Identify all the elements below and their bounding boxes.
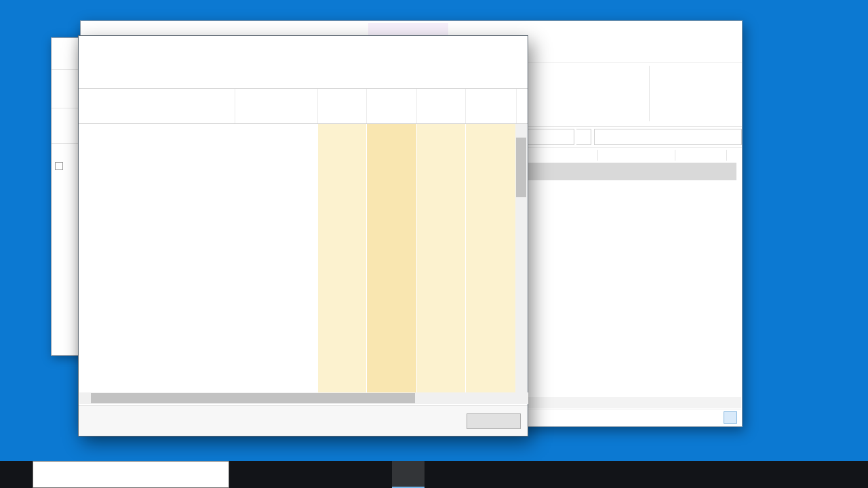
close-button[interactable]	[496, 36, 528, 56]
maximize-button[interactable]	[679, 21, 711, 41]
taskbar-edge-icon[interactable]	[262, 461, 294, 488]
tm-tab-strip	[79, 71, 528, 89]
tm-menu-bar	[79, 56, 528, 71]
column-header-memory[interactable]	[366, 89, 416, 123]
tm-horizontal-scrollbar[interactable]	[79, 392, 517, 404]
explorer-search-box[interactable]	[594, 129, 742, 145]
minimize-button[interactable]	[434, 36, 465, 56]
taskbar-search-box[interactable]	[33, 461, 229, 488]
select-all-button[interactable]	[656, 67, 659, 77]
heatmap-column-disk	[416, 124, 465, 392]
maximize-button[interactable]	[465, 36, 496, 56]
invert-selection-button[interactable]	[656, 96, 659, 105]
heatmap-column-memory	[366, 124, 416, 392]
column-header-status[interactable]	[235, 89, 317, 123]
taskbar-search-input[interactable]	[47, 470, 221, 480]
view-thumbnails-button[interactable]	[724, 411, 737, 424]
properties-button[interactable]	[565, 66, 604, 68]
desktop	[0, 0, 868, 488]
system-tray	[722, 461, 868, 488]
heatmap-column-network	[465, 124, 516, 392]
battery-tray-icon[interactable]	[762, 461, 777, 488]
open-button[interactable]	[604, 67, 611, 77]
start-button[interactable]	[0, 461, 33, 488]
task-manager-window[interactable]	[78, 35, 528, 436]
column-header-network[interactable]	[465, 89, 516, 123]
tm-vertical-scrollbar[interactable]	[515, 124, 527, 392]
close-button[interactable]	[711, 21, 742, 41]
scroll-left-arrow[interactable]	[79, 392, 91, 404]
column-header-disk[interactable]	[416, 89, 465, 123]
scroll-thumb[interactable]	[91, 393, 415, 403]
taskbar-firefox-icon[interactable]	[327, 461, 359, 488]
view-list-button[interactable]	[707, 411, 720, 424]
taskbar-file-explorer-icon[interactable]	[294, 461, 327, 488]
taskbar-task-manager-icon[interactable]	[392, 461, 425, 488]
tm-titlebar[interactable]	[79, 36, 528, 56]
taskbar-red-app-icon[interactable]	[359, 461, 392, 488]
tm-footer	[79, 405, 528, 436]
column-header-cpu[interactable]	[317, 89, 366, 123]
taskbar	[0, 461, 868, 488]
scroll-up-arrow[interactable]	[515, 124, 527, 136]
tm-column-headers	[79, 89, 528, 124]
scroll-right-arrow[interactable]	[730, 397, 741, 408]
scroll-down-arrow[interactable]	[515, 381, 527, 392]
end-task-button[interactable]	[467, 413, 521, 429]
network-tray-icon[interactable]	[746, 461, 762, 488]
edit-button[interactable]	[604, 81, 611, 91]
hidden-icons-chevron[interactable]	[722, 461, 738, 488]
scroll-right-arrow[interactable]	[505, 392, 517, 404]
column-header-power[interactable]	[516, 89, 528, 123]
column-header-name[interactable]	[79, 89, 235, 123]
explorer-search-input[interactable]	[599, 133, 734, 141]
refresh-button[interactable]	[576, 129, 591, 145]
heatmap-column-cpu	[317, 124, 366, 392]
task-view-button[interactable]	[229, 461, 262, 488]
select-none-button[interactable]	[656, 81, 659, 91]
minimize-button[interactable]	[648, 21, 679, 41]
scroll-thumb[interactable]	[516, 138, 526, 197]
history-button[interactable]	[604, 96, 611, 105]
checkbox[interactable]	[55, 162, 63, 170]
volume-tray-icon[interactable]	[777, 461, 793, 488]
action-center-button[interactable]	[840, 461, 863, 488]
